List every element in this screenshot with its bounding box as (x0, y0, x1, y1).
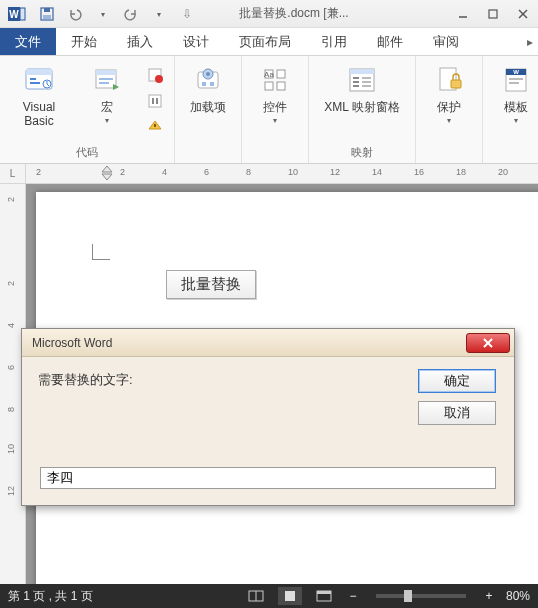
page-info[interactable]: 第 1 页 , 共 1 页 (8, 588, 93, 605)
group-controls: Aa 控件 ▾ (242, 56, 309, 163)
qat-customize[interactable]: ⇩ (174, 3, 200, 25)
svg-rect-22 (149, 95, 161, 107)
visual-basic-button[interactable]: Visual Basic (8, 60, 70, 128)
tab-insert[interactable]: 插入 (112, 28, 168, 55)
svg-rect-40 (353, 81, 359, 83)
ruler-tick: 2 (6, 281, 16, 286)
tab-scroll-right[interactable]: ▸ (522, 28, 538, 55)
undo-button[interactable] (62, 3, 88, 25)
zoom-in-button[interactable]: + (482, 589, 496, 603)
dialog-titlebar[interactable]: Microsoft Word (22, 329, 514, 357)
svg-rect-41 (353, 85, 359, 87)
macro-security-button[interactable] (144, 116, 166, 138)
maximize-button[interactable] (478, 3, 508, 25)
template-label: 模板 (504, 100, 528, 114)
zoom-value[interactable]: 80% (506, 589, 530, 603)
ruler-tick: 2 (6, 197, 16, 202)
pause-macro-button[interactable] (144, 90, 166, 112)
controls-label: 控件 (263, 100, 287, 114)
svg-rect-44 (362, 85, 371, 87)
dialog-close-button[interactable] (466, 333, 510, 353)
ruler-tick: 16 (414, 167, 424, 177)
svg-point-21 (155, 75, 163, 83)
ruler-tick: 6 (204, 167, 209, 177)
svg-rect-42 (362, 77, 371, 79)
tab-review[interactable]: 审阅 (418, 28, 474, 55)
protect-label: 保护 (437, 100, 461, 114)
group-code: Visual Basic 宏 ▾ 代码 (0, 56, 175, 163)
qat-dropdown[interactable]: ▾ (146, 3, 172, 25)
svg-rect-35 (265, 82, 273, 90)
svg-rect-5 (43, 15, 51, 19)
svg-rect-30 (202, 82, 206, 86)
controls-button[interactable]: Aa 控件 ▾ (250, 60, 300, 125)
tab-home[interactable]: 开始 (56, 28, 112, 55)
cursor-mark (92, 244, 110, 260)
redo-button[interactable] (118, 3, 144, 25)
template-icon: W (500, 64, 532, 96)
zoom-out-button[interactable]: − (346, 589, 360, 603)
macros-icon (91, 64, 123, 96)
ribbon: Visual Basic 宏 ▾ 代码 加载项 (0, 56, 538, 164)
close-icon (481, 337, 495, 349)
dialog-title: Microsoft Word (32, 336, 466, 350)
svg-rect-39 (353, 77, 359, 79)
tab-mailings[interactable]: 邮件 (362, 28, 418, 55)
ruler-tick: 4 (162, 167, 167, 177)
ruler-tick: 18 (456, 167, 466, 177)
macros-button[interactable]: 宏 ▾ (82, 60, 132, 125)
tab-references[interactable]: 引用 (306, 28, 362, 55)
xml-mapping-button[interactable]: XML 映射窗格 (317, 60, 407, 114)
view-read-button[interactable] (244, 587, 268, 605)
save-button[interactable] (34, 3, 60, 25)
ruler-tick: 8 (6, 407, 16, 412)
chevron-down-icon: ▾ (447, 116, 451, 125)
svg-rect-38 (350, 69, 374, 74)
record-macro-button[interactable] (144, 64, 166, 86)
group-code-label: 代码 (76, 143, 98, 161)
word-app-icon: W (6, 5, 28, 23)
view-print-button[interactable] (278, 587, 302, 605)
ruler-tick: 10 (288, 167, 298, 177)
svg-point-29 (206, 72, 210, 76)
title-bar: W ▾ ▾ ⇩ 批量替换.docm [兼... (0, 0, 538, 28)
group-protect-label (447, 146, 450, 161)
dialog-text-input[interactable] (40, 467, 496, 489)
dialog-ok-button[interactable]: 确定 (418, 369, 496, 393)
tab-file[interactable]: 文件 (0, 28, 56, 55)
chevron-down-icon: ▾ (273, 116, 277, 125)
svg-rect-13 (30, 82, 40, 84)
protect-button[interactable]: 保护 ▾ (424, 60, 474, 125)
undo-dropdown[interactable]: ▾ (90, 3, 116, 25)
ruler-tick: 2 (120, 167, 125, 177)
group-xml: XML 映射窗格 映射 (309, 56, 416, 163)
first-line-indent-icon[interactable] (100, 164, 114, 182)
svg-rect-58 (285, 591, 295, 601)
template-button[interactable]: W 模板 ▾ (491, 60, 538, 125)
code-mini-buttons (144, 60, 166, 138)
minimize-button[interactable] (448, 3, 478, 25)
quick-access-toolbar: ▾ ▾ ⇩ (34, 3, 200, 25)
tab-design[interactable]: 设计 (168, 28, 224, 55)
visual-basic-label: Visual Basic (8, 100, 70, 128)
ruler-tick: 12 (6, 486, 16, 496)
zoom-slider[interactable] (376, 594, 466, 598)
svg-rect-26 (154, 124, 156, 127)
tab-layout[interactable]: 页面布局 (224, 28, 306, 55)
macros-label: 宏 (101, 100, 113, 114)
tab-align-toggle[interactable]: L (0, 164, 26, 183)
zoom-thumb[interactable] (404, 590, 412, 602)
horizontal-ruler[interactable]: 224681012141618202 (26, 164, 538, 183)
svg-rect-50 (509, 78, 523, 80)
batch-replace-button[interactable]: 批量替换 (166, 270, 256, 299)
svg-rect-46 (451, 80, 461, 88)
close-button[interactable] (508, 3, 538, 25)
ruler-tick: 4 (6, 323, 16, 328)
dialog-cancel-button[interactable]: 取消 (418, 401, 496, 425)
ruler-tick: 6 (6, 365, 16, 370)
addins-button[interactable]: 加载项 (183, 60, 233, 114)
svg-text:W: W (9, 9, 19, 20)
view-web-button[interactable] (312, 587, 336, 605)
ribbon-tabs: 文件 开始 插入 设计 页面布局 引用 邮件 审阅 ▸ (0, 28, 538, 56)
addins-icon (192, 64, 224, 96)
